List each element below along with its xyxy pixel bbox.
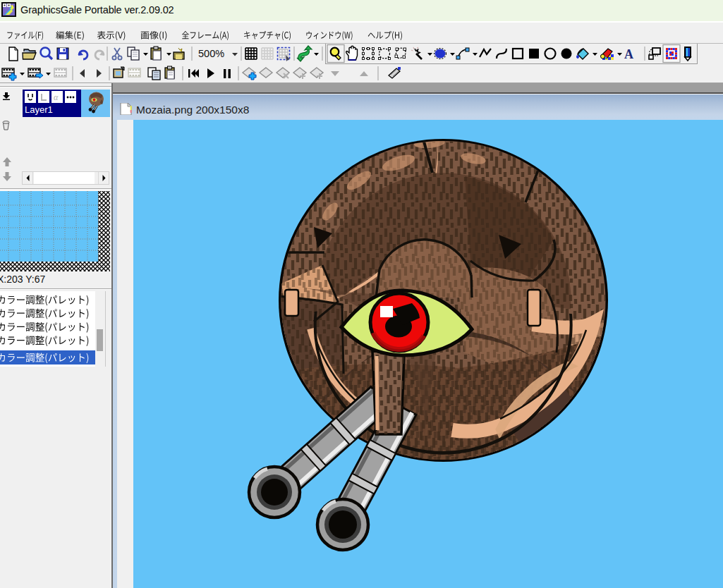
svg-text:A: A (624, 47, 633, 61)
svg-text:500%: 500% (198, 48, 224, 59)
